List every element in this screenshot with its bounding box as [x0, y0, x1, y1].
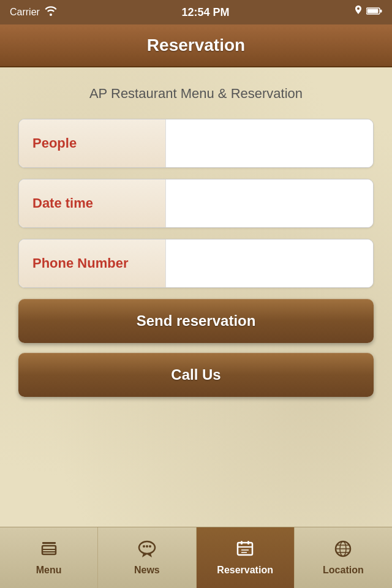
svg-rect-2: [380, 10, 382, 13]
reservation-icon: [236, 540, 254, 561]
location-tab-label: Location: [323, 565, 364, 576]
call-us-button[interactable]: Call Us: [18, 353, 374, 397]
people-field: People: [18, 119, 374, 168]
svg-rect-13: [247, 541, 249, 545]
svg-rect-12: [241, 541, 243, 545]
send-reservation-button[interactable]: Send reservation: [18, 299, 374, 343]
datetime-input[interactable]: [166, 179, 373, 227]
phone-label: Phone Number: [19, 239, 166, 287]
wifi-icon: [45, 6, 57, 18]
nav-title: Reservation: [147, 36, 245, 55]
location-icon: [354, 6, 363, 19]
svg-point-10: [149, 545, 151, 548]
battery-icon: [366, 7, 382, 18]
phone-field: Phone Number: [18, 239, 374, 288]
carrier-label: Carrier: [10, 7, 40, 18]
phone-input[interactable]: [166, 239, 373, 287]
svg-rect-3: [42, 542, 56, 544]
menu-icon: [40, 540, 58, 561]
people-label: People: [19, 119, 166, 167]
svg-point-8: [143, 545, 145, 548]
main-content: AP Restaurant Menu & Reservation People …: [0, 67, 392, 527]
status-time: 12:54 PM: [181, 6, 229, 19]
subtitle: AP Restaurant Menu & Reservation: [89, 86, 303, 102]
tab-location[interactable]: Location: [295, 527, 392, 588]
reservation-tab-label: Reservation: [217, 565, 273, 576]
news-icon: [137, 540, 157, 561]
status-left: Carrier: [10, 6, 57, 18]
tab-menu[interactable]: Menu: [0, 527, 98, 588]
svg-rect-11: [238, 543, 252, 555]
datetime-field: Date time: [18, 179, 374, 228]
svg-rect-1: [368, 9, 379, 13]
svg-point-9: [146, 545, 148, 548]
status-right: [354, 6, 382, 19]
nav-bar: Reservation: [0, 24, 392, 67]
menu-tab-label: Menu: [36, 565, 62, 576]
tab-news[interactable]: News: [98, 527, 196, 588]
status-bar: Carrier 12:54 PM: [0, 0, 392, 24]
news-tab-label: News: [134, 565, 160, 576]
people-input[interactable]: [166, 119, 373, 167]
tab-bar: Menu News Reservation: [0, 527, 392, 588]
tab-reservation[interactable]: Reservation: [197, 527, 295, 588]
datetime-label: Date time: [19, 179, 166, 227]
location-icon: [334, 540, 352, 561]
